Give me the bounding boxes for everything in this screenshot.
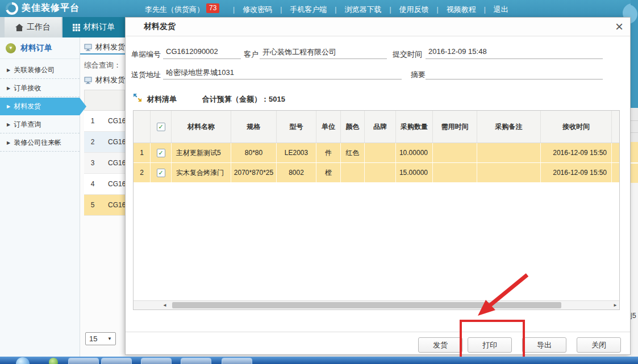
- cell-receive-time: 2016-12-09 15:50: [541, 163, 612, 182]
- monitor-icon: [84, 77, 92, 84]
- ship-button[interactable]: 发货: [418, 337, 462, 353]
- taskbar-app-icon[interactable]: [49, 358, 58, 364]
- expand-icon[interactable]: [133, 93, 142, 104]
- cell-color: [341, 163, 365, 182]
- cell-filler: [612, 143, 619, 162]
- sidebar-item-material-shipping[interactable]: ▶ 材料发货: [0, 98, 86, 115]
- notification-badge[interactable]: 73: [206, 3, 219, 13]
- cell-color: 红色: [341, 143, 365, 162]
- menu-mobile-client[interactable]: 手机客户端: [290, 5, 327, 15]
- doc-no-field[interactable]: CG1612090002: [163, 47, 241, 59]
- row-number: 1: [84, 117, 101, 125]
- app-logo-icon: [6, 2, 18, 15]
- menu-video-tutorial[interactable]: 视频教程: [447, 5, 476, 15]
- cell-material-name: 实木复合烤漆门: [172, 163, 231, 182]
- home-icon: [15, 24, 23, 31]
- row-code: CG16: [101, 138, 126, 146]
- close-button[interactable]: 关闭: [577, 337, 621, 353]
- submit-time-label: 提交时间: [393, 49, 422, 60]
- taskbar-window-button[interactable]: [222, 358, 252, 364]
- taskbar-window-button[interactable]: [68, 358, 99, 364]
- bg-panel1-label: 材料发货: [95, 42, 125, 52]
- user-label: 李先生（供货商）: [145, 5, 204, 15]
- material-table: ✓ 材料名称 规格 型号 单位 颜色 品牌 采购数量 需用时间 采购备注 接收时…: [133, 110, 620, 310]
- tab-workbench[interactable]: 工作台: [5, 17, 61, 37]
- cell-qty: 15.00000: [396, 163, 433, 182]
- tab-material-order[interactable]: 材料订单: [62, 17, 125, 37]
- customer-field[interactable]: 开心装饰工程有限公司: [260, 47, 387, 59]
- cell-brand: [365, 163, 396, 182]
- header-unit: 单位: [316, 111, 341, 143]
- bg-panel2-title: 材料发货: [84, 75, 125, 85]
- taskbar-window-button[interactable]: [181, 358, 211, 364]
- cell-spec: 2070*870*25: [231, 163, 277, 182]
- bg-table-header: [84, 90, 125, 111]
- page-size-value: 15: [89, 334, 97, 343]
- address-field[interactable]: 哈密绿地世界城1031: [163, 68, 402, 80]
- monitor-icon: [84, 44, 92, 51]
- topbar: 美佳装修平台 李先生（供货商） 73 | 修改密码 | 手机客户端 | 浏览器下…: [0, 0, 638, 17]
- header-receive-time: 接收时间: [541, 111, 612, 143]
- row-number: 2: [84, 138, 101, 146]
- scrollbar-thumb[interactable]: [172, 302, 561, 308]
- menu-browser-download[interactable]: 浏览器下载: [344, 5, 381, 15]
- sidebar-item-linked-companies[interactable]: ▶ 关联装修公司: [0, 61, 80, 79]
- sidebar-header[interactable]: ▼ 材料订单: [0, 37, 80, 59]
- menu-separator: |: [272, 6, 290, 14]
- sidebar-item-company-accounts[interactable]: ▶ 装修公司往来帐: [0, 134, 80, 152]
- sidebar-item-order-query[interactable]: ▶ 订单查询: [0, 116, 80, 133]
- topbar-menu: | 修改密码 | 手机客户端 | 浏览器下载 | 使用反馈 | 视频教程 | 退…: [225, 5, 508, 15]
- table-row[interactable]: 1 ✓ 主材更新测试5 80*80 LE2003 件 红色 10.00000 2…: [134, 143, 619, 163]
- taskbar-window-button[interactable]: [101, 358, 132, 364]
- row-code: CG16: [101, 180, 126, 188]
- close-icon[interactable]: ×: [615, 18, 623, 36]
- chevron-down-icon: ▼: [107, 336, 112, 341]
- scroll-left-icon[interactable]: ◄: [161, 303, 169, 308]
- cell-model: 8002: [277, 163, 316, 182]
- export-button[interactable]: 导出: [522, 337, 566, 353]
- row-checkbox[interactable]: ✓: [157, 169, 165, 177]
- menu-logout[interactable]: 退出: [494, 5, 508, 15]
- material-list-title: 材料清单: [147, 94, 177, 104]
- right-edge-strip: 到5: [631, 0, 638, 357]
- header-checkbox-cell: ✓: [151, 111, 172, 143]
- dialog-title: 材料发货: [144, 22, 176, 32]
- header-brand: 品牌: [365, 111, 396, 143]
- select-all-checkbox[interactable]: ✓: [157, 123, 165, 131]
- sidebar-item-label: 订单查询: [14, 120, 41, 129]
- taskbar-window-button[interactable]: [141, 358, 172, 364]
- windows-taskbar[interactable]: [0, 357, 638, 364]
- cell-brand: [365, 143, 396, 162]
- material-shipping-dialog: 材料发货 × 单据编号 CG1612090002 客户 开心装饰工程有限公司 提…: [125, 17, 631, 355]
- menu-feedback[interactable]: 使用反馈: [399, 5, 429, 15]
- row-number: 5: [84, 201, 101, 209]
- header-rownum: [134, 111, 151, 143]
- cell-need-time: [433, 163, 477, 182]
- scroll-right-icon[interactable]: ►: [611, 303, 619, 308]
- menu-change-password[interactable]: 修改密码: [243, 5, 272, 15]
- address-label: 送货地址: [131, 70, 161, 80]
- scrollbar-track[interactable]: [169, 301, 611, 309]
- submit-time-field[interactable]: 2016-12-09 15:48: [426, 47, 603, 59]
- menu-separator: |: [225, 6, 243, 14]
- start-orb-icon[interactable]: [16, 357, 30, 364]
- table-header-row: ✓ 材料名称 规格 型号 单位 颜色 品牌 采购数量 需用时间 采购备注 接收时…: [134, 111, 619, 143]
- summary-field[interactable]: [426, 68, 603, 80]
- cell-spec: 80*80: [231, 143, 277, 162]
- page-size-select[interactable]: 15 ▼: [85, 332, 116, 345]
- cell-remark: [477, 143, 541, 162]
- tab-workbench-label: 工作台: [27, 22, 51, 32]
- strip-light: [631, 183, 638, 357]
- header-material-name: 材料名称: [172, 111, 231, 143]
- row-checkbox[interactable]: ✓: [157, 149, 165, 157]
- cell-unit: 樘: [316, 163, 341, 182]
- sidebar-item-order-receive[interactable]: ▶ 订单接收: [0, 80, 80, 97]
- cell-unit: 件: [316, 143, 341, 162]
- horizontal-scrollbar[interactable]: ◄ ►: [134, 300, 619, 309]
- clipped-text-fragment: 到5: [631, 311, 636, 321]
- header-color: 颜色: [341, 111, 365, 143]
- table-row[interactable]: 2 ✓ 实木复合烤漆门 2070*870*25 8002 樘 15.00000 …: [134, 163, 619, 183]
- cell-receive-time: 2016-12-09 15:50: [541, 143, 612, 162]
- cell-need-time: [433, 143, 477, 162]
- strip-line: [631, 120, 638, 121]
